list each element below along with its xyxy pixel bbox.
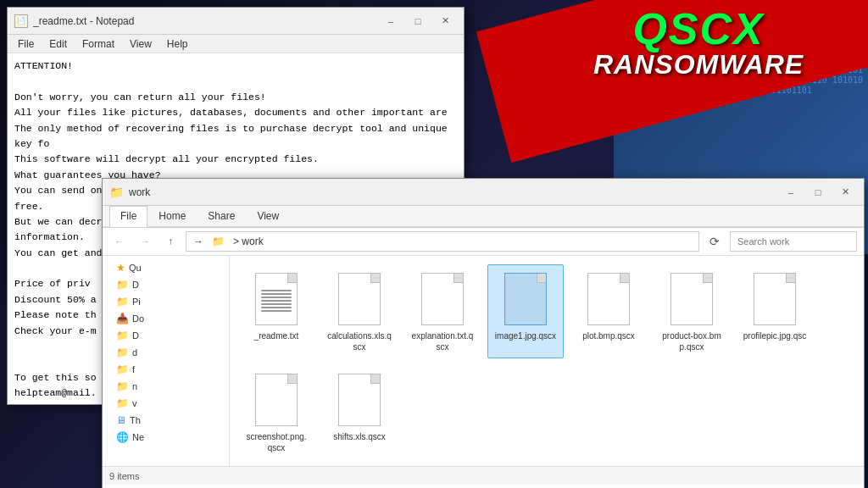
sidebar-label: d: [132, 347, 137, 358]
notepad-titlebar: 📄 _readme.txt - Notepad – □ ✕: [8, 8, 464, 35]
sidebar-item-th[interactable]: 🖥 Th: [103, 412, 229, 429]
minimize-button[interactable]: –: [379, 13, 403, 30]
file-name-image1: image1.jpg.qscx: [495, 330, 556, 341]
address-field[interactable]: → 📁 > work: [186, 231, 699, 252]
file-page: [338, 374, 381, 426]
file-line: [261, 293, 292, 295]
file-item-product-box[interactable]: product-box.bmp.qscx: [654, 264, 730, 358]
file-name-shifts: shifts.xls.qscx: [333, 431, 386, 442]
menu-view[interactable]: View: [123, 36, 159, 52]
file-name-calculations: calculations.xls.qscx: [327, 330, 392, 352]
menu-help[interactable]: Help: [160, 36, 195, 52]
menu-file[interactable]: File: [11, 36, 41, 52]
address-bar: ← → ↑ → 📁 > work ⟳: [103, 228, 864, 256]
sidebar-label: Do: [132, 313, 144, 324]
file-page: [255, 273, 298, 325]
sidebar-label: Ne: [132, 432, 144, 442]
explorer-close-button[interactable]: ✕: [833, 184, 857, 201]
address-path: → 📁 > work: [193, 236, 264, 247]
maximize-button[interactable]: □: [406, 13, 430, 30]
file-line: [261, 310, 292, 312]
sidebar-item-v[interactable]: 📁 v: [103, 395, 229, 412]
status-text: 9 items: [109, 471, 139, 481]
sidebar-item-n[interactable]: 📁 n: [103, 378, 229, 395]
file-line: [261, 300, 292, 302]
sidebar-item-pictures[interactable]: 📁 Pi: [103, 293, 229, 310]
file-icon-image1: [502, 270, 549, 328]
file-name-explanation: explanation.txt.qscx: [410, 330, 475, 352]
notepad-window-controls: – □ ✕: [379, 13, 457, 30]
menu-edit[interactable]: Edit: [42, 36, 74, 52]
tab-home[interactable]: Home: [147, 206, 197, 226]
explorer-maximize-button[interactable]: □: [806, 184, 830, 201]
sidebar-label: D: [132, 330, 139, 341]
sidebar-item-f[interactable]: 📁 f: [103, 361, 229, 378]
network-icon: 🌐: [116, 431, 129, 443]
file-line: [261, 303, 292, 305]
file-icon-calculations: [336, 270, 383, 328]
file-page: [587, 273, 630, 325]
notepad-title: _readme.txt - Notepad: [33, 15, 134, 27]
folder-icon: 📁: [116, 363, 129, 375]
folder-icon: 🖥: [116, 414, 126, 426]
sidebar-label: Pi: [132, 297, 141, 307]
sidebar-label: f: [132, 364, 135, 374]
sidebar-item-d1[interactable]: 📁 D: [103, 276, 229, 293]
file-item-calculations[interactable]: calculations.xls.qscx: [321, 264, 398, 358]
sidebar-item-ne[interactable]: 🌐 Ne: [103, 429, 229, 446]
sidebar-label: n: [132, 381, 137, 391]
file-item-explanation[interactable]: explanation.txt.qscx: [404, 264, 481, 358]
file-item-screenshot[interactable]: screenshot.png.qscx: [238, 365, 314, 459]
file-icon-readme: [253, 270, 300, 328]
search-input[interactable]: [730, 231, 857, 252]
file-icon-plot: [585, 270, 632, 328]
sidebar-item-d3[interactable]: 📁 d: [103, 344, 229, 361]
explorer-window-controls: – □ ✕: [779, 184, 857, 201]
tab-share[interactable]: Share: [197, 206, 246, 226]
banner-text: QSCX RANSOMWARE: [593, 7, 804, 78]
file-icon-explanation: [419, 270, 466, 328]
folder-icon: 📁: [116, 296, 129, 308]
tab-file[interactable]: File: [109, 206, 147, 227]
file-page: [670, 273, 713, 325]
forward-button[interactable]: →: [135, 231, 155, 252]
file-item-plot[interactable]: plot.bmp.qscx: [570, 264, 647, 358]
folder-icon: 📁: [116, 279, 129, 291]
file-name-readme: _readme.txt: [254, 330, 299, 341]
tab-view[interactable]: View: [246, 206, 290, 226]
explorer-minimize-button[interactable]: –: [779, 184, 803, 201]
sidebar-item-downloads[interactable]: 📥 Do: [103, 310, 229, 327]
file-line: [261, 297, 292, 298]
back-button[interactable]: ←: [109, 231, 130, 252]
refresh-button[interactable]: ⟳: [704, 231, 725, 252]
file-line: [261, 307, 292, 308]
file-grid: _readme.txt calculations.xls.qscx explan…: [230, 256, 864, 466]
explorer-window: 📁 work – □ ✕ File Home Share View ← → ↑ …: [102, 178, 865, 488]
file-item-image1[interactable]: image1.jpg.qscx: [487, 264, 564, 358]
folder-icon: 📁: [116, 330, 129, 341]
file-item-shifts[interactable]: shifts.xls.qscx: [321, 365, 398, 459]
file-name-product-box: product-box.bmp.qscx: [659, 330, 724, 352]
sidebar-item-quick-access[interactable]: ★ Qu: [103, 259, 229, 276]
sidebar-label: D: [132, 280, 139, 290]
explorer-title-left: 📁 work: [109, 186, 150, 199]
banner-subtitle: RANSOMWARE: [593, 51, 804, 78]
sidebar-item-d2[interactable]: 📁 D: [103, 327, 229, 344]
ribbon-tabs: File Home Share View: [103, 206, 864, 227]
menu-format[interactable]: Format: [75, 36, 121, 52]
file-page: [504, 273, 547, 325]
star-icon: ★: [116, 262, 125, 274]
file-item-readme[interactable]: _readme.txt: [238, 264, 314, 358]
up-button[interactable]: ↑: [160, 231, 181, 252]
file-item-profilepic[interactable]: profilepic.jpg.qsc: [737, 264, 813, 358]
explorer-titlebar: 📁 work – □ ✕: [103, 179, 864, 206]
file-lines: [261, 290, 292, 312]
close-button[interactable]: ✕: [433, 13, 457, 30]
file-page: [338, 273, 381, 325]
sidebar-label: Qu: [129, 263, 142, 273]
folder-icon: 📁: [116, 397, 129, 409]
file-icon-profilepic: [751, 270, 798, 328]
sidebar-label: v: [132, 398, 137, 408]
explorer-statusbar: 9 items: [103, 466, 864, 485]
file-page: [255, 374, 298, 426]
